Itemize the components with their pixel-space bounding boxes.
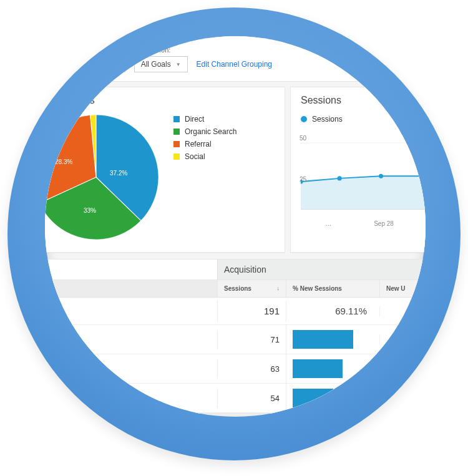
legend-label: Referral [185, 140, 212, 148]
table-column-headers: Sessions↓ % New Sessions New U [45, 279, 426, 298]
sessions-line-chart: 50 25 … [301, 131, 426, 225]
row-bar [286, 325, 379, 354]
dot-icon [301, 116, 307, 122]
sessions-ytick: 50 [300, 135, 306, 142]
legend-item: Organic Search [173, 127, 236, 136]
legend-item: Social [173, 152, 236, 161]
legend-label: Organic Search [185, 127, 236, 136]
sessions-xtick: Sep 28 [356, 220, 412, 227]
caret-down-icon: ▼ [176, 62, 181, 67]
svg-point-9 [338, 176, 342, 180]
analytics-viewport: sion: Channels ▼ Conversion: All Goals ▼… [45, 36, 426, 417]
sessions-xtick: … [301, 220, 356, 227]
swatch-icon [173, 129, 180, 135]
sort-down-icon: ↓ [277, 285, 280, 291]
swatch-icon [173, 141, 180, 147]
col-sessions[interactable]: Sessions↓ [217, 280, 286, 297]
swatch-icon [45, 366, 49, 372]
sessions-xtick: Sep [411, 220, 426, 227]
sessions-ytick: 25 [300, 176, 306, 183]
line-chart-icon [301, 131, 426, 225]
col-pct-new-sessions[interactable]: % New Sessions [286, 280, 379, 297]
table-row: 1 Direct 71 [45, 325, 426, 354]
total-sessions: 191 [217, 301, 286, 322]
pie-label-organic: 33% [84, 207, 96, 214]
table-group-header: Acquisition [45, 260, 426, 279]
pie-label-direct: 37.2% [110, 170, 127, 177]
legend-label: Social [185, 152, 205, 161]
edit-channel-grouping-link[interactable]: Edit Channel Grouping [197, 60, 272, 72]
total-pct-new: 69.11% [286, 301, 379, 321]
swatch-icon [173, 116, 180, 122]
svg-point-10 [379, 174, 383, 178]
row-sessions: 63 [217, 359, 286, 379]
legend-item: Referral [173, 140, 236, 148]
swatch-icon [173, 153, 180, 160]
legend-item: Direct [173, 115, 236, 124]
legend-label: Direct [185, 115, 204, 124]
row-sessions: 54 [217, 389, 286, 408]
acquisition-header: Acquisition [217, 260, 426, 279]
pie-label-referral: 28.3% [55, 158, 72, 165]
top-channels-legend: Direct Organic Search Referral Social [173, 115, 236, 240]
sessions-legend-label: Sessions [312, 115, 343, 124]
conversion-value: All Goals [141, 60, 171, 69]
table-total-row: 191 69.11% [45, 298, 426, 325]
row-sessions: 71 [217, 330, 286, 349]
